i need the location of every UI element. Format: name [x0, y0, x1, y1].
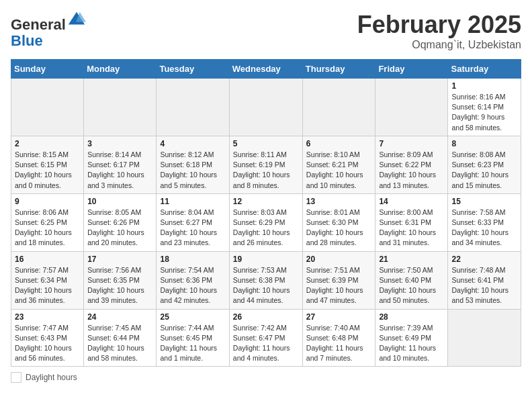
calendar-cell — [448, 309, 521, 367]
calendar-day-header: Tuesday — [157, 60, 229, 79]
day-number: 8 — [451, 139, 517, 148]
day-info: Sunrise: 8:10 AM Sunset: 6:21 PM Dayligh… — [306, 150, 372, 191]
day-info: Sunrise: 8:04 AM Sunset: 6:27 PM Dayligh… — [160, 208, 225, 248]
day-info: Sunrise: 7:58 AM Sunset: 6:33 PM Dayligh… — [451, 208, 517, 248]
day-info: Sunrise: 7:57 AM Sunset: 6:34 PM Dayligh… — [15, 265, 80, 306]
day-number: 26 — [233, 312, 299, 322]
day-info: Sunrise: 7:42 AM Sunset: 6:47 PM Dayligh… — [233, 323, 299, 364]
calendar-table: SundayMondayTuesdayWednesdayThursdayFrid… — [11, 59, 521, 367]
calendar-cell — [229, 79, 302, 136]
day-number: 28 — [379, 312, 444, 322]
calendar-day-header: Wednesday — [229, 60, 302, 79]
day-info: Sunrise: 8:06 AM Sunset: 6:25 PM Dayligh… — [15, 208, 80, 248]
day-number: 6 — [306, 139, 372, 148]
calendar-cell: 4Sunrise: 8:12 AM Sunset: 6:18 PM Daylig… — [157, 136, 229, 193]
calendar-week-row: 23Sunrise: 7:47 AM Sunset: 6:43 PM Dayli… — [11, 309, 521, 367]
day-number: 5 — [233, 139, 299, 148]
day-info: Sunrise: 8:12 AM Sunset: 6:18 PM Dayligh… — [160, 150, 225, 191]
legend: Daylight hours — [11, 372, 521, 383]
calendar-cell — [375, 79, 448, 136]
calendar-cell: 22Sunrise: 7:48 AM Sunset: 6:41 PM Dayli… — [448, 251, 521, 309]
calendar-week-row: 2Sunrise: 8:15 AM Sunset: 6:15 PM Daylig… — [11, 136, 521, 193]
calendar-cell — [157, 79, 229, 136]
calendar-cell: 12Sunrise: 8:03 AM Sunset: 6:29 PM Dayli… — [229, 193, 302, 251]
calendar-cell: 14Sunrise: 8:00 AM Sunset: 6:31 PM Dayli… — [375, 193, 448, 251]
legend-box — [11, 372, 21, 383]
calendar-cell: 1Sunrise: 8:16 AM Sunset: 6:14 PM Daylig… — [448, 79, 521, 136]
calendar-day-header: Monday — [84, 60, 157, 79]
calendar-cell: 7Sunrise: 8:09 AM Sunset: 6:22 PM Daylig… — [375, 136, 448, 193]
day-info: Sunrise: 7:51 AM Sunset: 6:39 PM Dayligh… — [306, 265, 372, 306]
day-info: Sunrise: 7:45 AM Sunset: 6:44 PM Dayligh… — [87, 323, 152, 364]
calendar-week-row: 9Sunrise: 8:06 AM Sunset: 6:25 PM Daylig… — [11, 193, 521, 251]
day-number: 9 — [15, 197, 80, 206]
day-info: Sunrise: 7:50 AM Sunset: 6:40 PM Dayligh… — [379, 265, 444, 306]
calendar-cell: 26Sunrise: 7:42 AM Sunset: 6:47 PM Dayli… — [229, 309, 302, 367]
day-number: 3 — [87, 139, 152, 148]
day-info: Sunrise: 7:39 AM Sunset: 6:49 PM Dayligh… — [379, 323, 444, 364]
calendar-cell: 19Sunrise: 7:53 AM Sunset: 6:38 PM Dayli… — [229, 251, 302, 309]
calendar-cell: 11Sunrise: 8:04 AM Sunset: 6:27 PM Dayli… — [157, 193, 229, 251]
day-number: 21 — [379, 255, 444, 264]
calendar-cell: 2Sunrise: 8:15 AM Sunset: 6:15 PM Daylig… — [11, 136, 84, 193]
day-number: 16 — [15, 255, 80, 264]
calendar-cell — [11, 79, 84, 136]
calendar-day-header: Friday — [375, 60, 448, 79]
day-info: Sunrise: 8:09 AM Sunset: 6:22 PM Dayligh… — [379, 150, 444, 191]
day-number: 14 — [379, 197, 444, 206]
legend-label: Daylight hours — [26, 373, 77, 382]
day-info: Sunrise: 8:05 AM Sunset: 6:26 PM Dayligh… — [87, 208, 152, 248]
calendar-cell: 5Sunrise: 8:11 AM Sunset: 6:19 PM Daylig… — [229, 136, 302, 193]
calendar-cell: 9Sunrise: 8:06 AM Sunset: 6:25 PM Daylig… — [11, 193, 84, 251]
day-number: 17 — [87, 255, 152, 264]
title-block: February 2025 Oqmang`it, Uzbekistan — [357, 11, 521, 51]
day-number: 13 — [306, 197, 372, 206]
calendar-cell: 20Sunrise: 7:51 AM Sunset: 6:39 PM Dayli… — [302, 251, 375, 309]
day-info: Sunrise: 8:08 AM Sunset: 6:23 PM Dayligh… — [451, 150, 517, 191]
day-info: Sunrise: 7:48 AM Sunset: 6:41 PM Dayligh… — [451, 265, 517, 306]
day-number: 10 — [87, 197, 152, 206]
calendar-cell — [84, 79, 157, 136]
day-number: 11 — [160, 197, 225, 206]
logo-text: General — [11, 11, 86, 33]
day-info: Sunrise: 7:54 AM Sunset: 6:36 PM Dayligh… — [160, 265, 225, 306]
calendar-cell: 16Sunrise: 7:57 AM Sunset: 6:34 PM Dayli… — [11, 251, 84, 309]
logo-icon — [67, 11, 86, 30]
calendar-cell: 23Sunrise: 7:47 AM Sunset: 6:43 PM Dayli… — [11, 309, 84, 367]
calendar-cell: 28Sunrise: 7:39 AM Sunset: 6:49 PM Dayli… — [375, 309, 448, 367]
day-info: Sunrise: 8:03 AM Sunset: 6:29 PM Dayligh… — [233, 208, 299, 248]
day-info: Sunrise: 8:16 AM Sunset: 6:14 PM Dayligh… — [451, 92, 517, 133]
day-info: Sunrise: 7:44 AM Sunset: 6:45 PM Dayligh… — [160, 323, 225, 364]
day-info: Sunrise: 8:01 AM Sunset: 6:30 PM Dayligh… — [306, 208, 372, 248]
calendar-day-header: Thursday — [302, 60, 375, 79]
day-info: Sunrise: 8:14 AM Sunset: 6:17 PM Dayligh… — [87, 150, 152, 191]
day-info: Sunrise: 8:11 AM Sunset: 6:19 PM Dayligh… — [233, 150, 299, 191]
day-number: 18 — [160, 255, 225, 264]
calendar-cell: 27Sunrise: 7:40 AM Sunset: 6:48 PM Dayli… — [302, 309, 375, 367]
day-number: 23 — [15, 312, 80, 322]
calendar-cell: 6Sunrise: 8:10 AM Sunset: 6:21 PM Daylig… — [302, 136, 375, 193]
day-number: 7 — [379, 139, 444, 148]
calendar-title: February 2025 — [357, 11, 521, 39]
day-number: 4 — [160, 139, 225, 148]
day-info: Sunrise: 8:00 AM Sunset: 6:31 PM Dayligh… — [379, 208, 444, 248]
day-number: 25 — [160, 312, 225, 322]
page-header: General Blue February 2025 Oqmang`it, Uz… — [11, 11, 521, 51]
day-number: 12 — [233, 197, 299, 206]
calendar-week-row: 16Sunrise: 7:57 AM Sunset: 6:34 PM Dayli… — [11, 251, 521, 309]
calendar-header-row: SundayMondayTuesdayWednesdayThursdayFrid… — [11, 60, 521, 79]
day-number: 20 — [306, 255, 372, 264]
calendar-day-header: Sunday — [11, 60, 84, 79]
day-info: Sunrise: 7:53 AM Sunset: 6:38 PM Dayligh… — [233, 265, 299, 306]
day-info: Sunrise: 8:15 AM Sunset: 6:15 PM Dayligh… — [15, 150, 80, 191]
day-number: 19 — [233, 255, 299, 264]
day-number: 27 — [306, 312, 372, 322]
day-info: Sunrise: 7:56 AM Sunset: 6:35 PM Dayligh… — [87, 265, 152, 306]
day-number: 22 — [451, 255, 517, 264]
day-number: 15 — [451, 197, 517, 206]
logo: General Blue — [11, 11, 86, 49]
calendar-cell: 3Sunrise: 8:14 AM Sunset: 6:17 PM Daylig… — [84, 136, 157, 193]
calendar-cell: 21Sunrise: 7:50 AM Sunset: 6:40 PM Dayli… — [375, 251, 448, 309]
calendar-cell: 18Sunrise: 7:54 AM Sunset: 6:36 PM Dayli… — [157, 251, 229, 309]
calendar-cell: 24Sunrise: 7:45 AM Sunset: 6:44 PM Dayli… — [84, 309, 157, 367]
